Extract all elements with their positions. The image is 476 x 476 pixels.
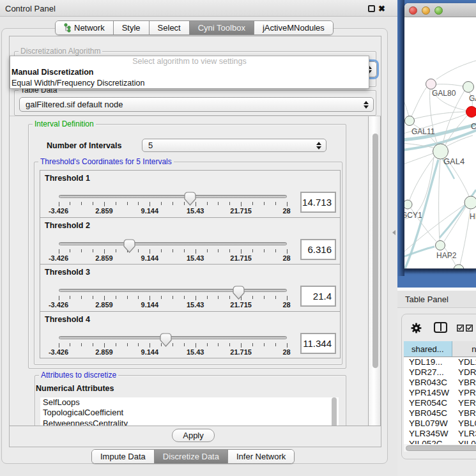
network-edge (444, 207, 466, 242)
close-icon[interactable]: ✖ (378, 4, 385, 13)
tab-label: Impute Data (100, 452, 146, 461)
table-row[interactable]: YBL079WYBL079W (404, 418, 476, 429)
table-row[interactable]: YBR043CYBR043C (404, 378, 476, 388)
attributes-list-scrollbar[interactable] (332, 397, 337, 426)
network-node[interactable] (405, 116, 415, 126)
numerical-attributes-list[interactable]: SelfLoopsTopologicalCoefficientBetweenne… (40, 397, 339, 426)
network-node[interactable] (466, 107, 476, 118)
tab-style[interactable]: Style (113, 21, 149, 35)
tab-label: Discretize Data (163, 452, 219, 461)
slider-thumb[interactable] (184, 192, 196, 206)
dropdown-placeholder-item[interactable]: Select algorithm to view settings (10, 56, 369, 67)
table-row[interactable]: YDR27...YDR277C (404, 367, 476, 378)
cyni-mode-tabs: Impute DataDiscretize DataInfer Network (91, 449, 295, 464)
cell-name: YDR277C (458, 367, 476, 378)
tab-network[interactable]: Network (56, 21, 113, 35)
threshold-sliders: Threshold 1-3.4262.8599.14415.4321.71528… (40, 171, 341, 358)
slider-thumb[interactable] (123, 239, 135, 253)
splitter-collapse-icon[interactable] (392, 230, 395, 235)
apply-button[interactable]: Apply (172, 429, 215, 442)
number-of-intervals-combobox[interactable]: 5 (142, 139, 326, 152)
tab-label: Select (158, 23, 181, 33)
slider-track[interactable] (59, 289, 287, 292)
node-label: GAL1 (469, 94, 476, 103)
tab-impute-data[interactable]: Impute Data (92, 450, 154, 463)
network-node[interactable] (463, 82, 474, 93)
cell-shared-name: YDL19... (409, 357, 443, 367)
tab-cyni-toolbox[interactable]: Cyni Toolbox (189, 21, 254, 35)
float-window-icon[interactable] (368, 5, 375, 12)
table-row[interactable]: YBR045CYBR045C (404, 408, 476, 418)
column-header-shared-name[interactable]: shared... (404, 341, 452, 357)
network-node[interactable] (404, 200, 412, 209)
network-node[interactable] (464, 196, 476, 209)
network-edge (411, 87, 427, 116)
slider-tick-labels: -3.4262.8599.14415.4321.71528 (59, 207, 287, 214)
threshold-value-field[interactable]: 6.316 (300, 239, 336, 260)
slider-thumb[interactable] (233, 286, 245, 300)
threshold-panel: Threshold 1-3.4262.8599.14415.4321.71528… (40, 170, 341, 218)
tab-discretize-data[interactable]: Discretize Data (154, 450, 227, 463)
attributes-group-title: Attributes to discretize (39, 371, 118, 380)
column-header-name[interactable]: name (452, 341, 476, 357)
tab-label: Style (122, 23, 141, 33)
slider-track[interactable] (59, 195, 287, 198)
zoom-light[interactable] (434, 6, 443, 15)
cell-shared-name: YBL079W (409, 418, 448, 429)
slider-track[interactable] (59, 336, 287, 339)
table-horizontal-scrollbar[interactable] (404, 444, 476, 452)
attribute-list-item[interactable]: BetweennessCentrality (40, 418, 339, 426)
network-canvas[interactable]: GAL80GAL1CYC8GAL11GAL4GCY1HIS4HAP2 (404, 17, 476, 269)
slider-tick-labels: -3.4262.8599.14415.4321.71528 (59, 301, 287, 308)
slider-track[interactable] (59, 242, 287, 245)
table-data-combobox[interactable]: galFiltered.sif default node (19, 97, 374, 112)
table-row[interactable]: YER054CYER054C (404, 398, 476, 408)
interval-definition-group-title: Interval Definition (33, 119, 96, 128)
table-row[interactable]: YPR145WYPR145W (404, 388, 476, 398)
cell-name: YBL079W (458, 418, 476, 429)
network-icon (64, 23, 71, 33)
slider-thumb[interactable] (160, 333, 172, 347)
tab-label: Cyni Toolbox (198, 23, 245, 33)
checkbox-icon[interactable] (457, 325, 464, 332)
table-panel-titlebar: Table Panel (397, 291, 476, 308)
threshold-value-field[interactable]: 14.713 (300, 192, 336, 213)
dropdown-option[interactable]: Manual Discretization (10, 67, 369, 78)
scrollbar-thumb[interactable] (406, 445, 476, 451)
network-node[interactable] (436, 241, 445, 250)
close-light[interactable] (409, 6, 417, 15)
minimize-light[interactable] (422, 6, 430, 15)
threshold-value-field[interactable]: 11.344 (300, 333, 336, 354)
network-graph: GAL80GAL1CYC8GAL11GAL4GCY1HIS4HAP2 (404, 17, 476, 269)
tab-select[interactable]: Select (149, 21, 189, 35)
threshold-value-field[interactable]: 21.4 (300, 286, 336, 307)
dropdown-option[interactable]: Equal Width/Frequency Discretization (10, 78, 369, 89)
slider-tick-labels: -3.4262.8599.14415.4321.71528 (59, 254, 287, 261)
number-of-intervals-label: Number of Intervals (47, 141, 121, 150)
slider-tick-labels: -3.4262.8599.14415.4321.71528 (59, 348, 287, 355)
combo-arrows-icon (316, 142, 321, 150)
node-label: GCY1 (404, 211, 422, 220)
table-row[interactable]: YLR345WYLR345W (404, 429, 476, 439)
table-row[interactable]: YDL19...YDL194W (404, 357, 476, 367)
cell-shared-name: YBR045C (409, 408, 447, 418)
settings-vertical-scrollbar[interactable] (368, 116, 381, 426)
threshold-label: Threshold 4 (45, 315, 90, 324)
tab-jactivemnodules[interactable]: jActiveMNodules (254, 21, 333, 35)
threshold-label: Threshold 2 (45, 221, 90, 230)
network-window-titlebar (404, 3, 476, 17)
split-table-icon[interactable] (434, 322, 447, 333)
table-data-combobox-value: galFiltered.sif default node (20, 100, 363, 109)
tab-infer-network[interactable]: Infer Network (227, 450, 294, 463)
gear-icon[interactable] (411, 323, 422, 334)
numerical-attributes-label: Numerical Attributes (36, 384, 114, 393)
algorithm-dropdown-popup: Select algorithm to view settingsManual … (10, 56, 369, 89)
attribute-list-item[interactable]: TopologicalCoefficient (40, 408, 339, 418)
algorithm-settings-scrollpane: Interval Definition Number of Intervals … (10, 116, 381, 426)
scrollbar-thumb[interactable] (372, 134, 378, 368)
attribute-list-item[interactable]: SelfLoops (40, 397, 339, 408)
cell-name: YER054C (458, 398, 476, 408)
network-node[interactable] (426, 79, 436, 89)
threshold-label: Threshold 3 (45, 268, 90, 277)
checkbox-icon[interactable] (466, 325, 473, 332)
